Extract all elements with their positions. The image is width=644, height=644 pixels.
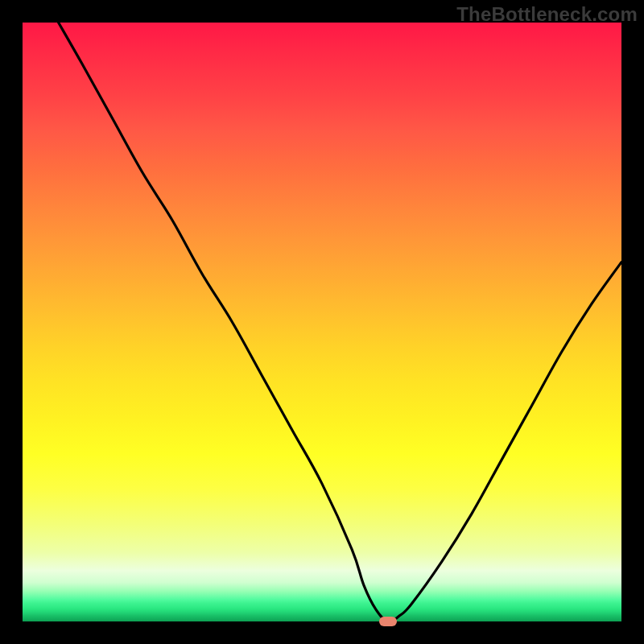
chart-frame: TheBottleneck.com <box>0 0 644 644</box>
plot-area <box>23 23 621 621</box>
heat-gradient-background <box>23 23 621 621</box>
optimal-point-marker <box>379 617 397 626</box>
